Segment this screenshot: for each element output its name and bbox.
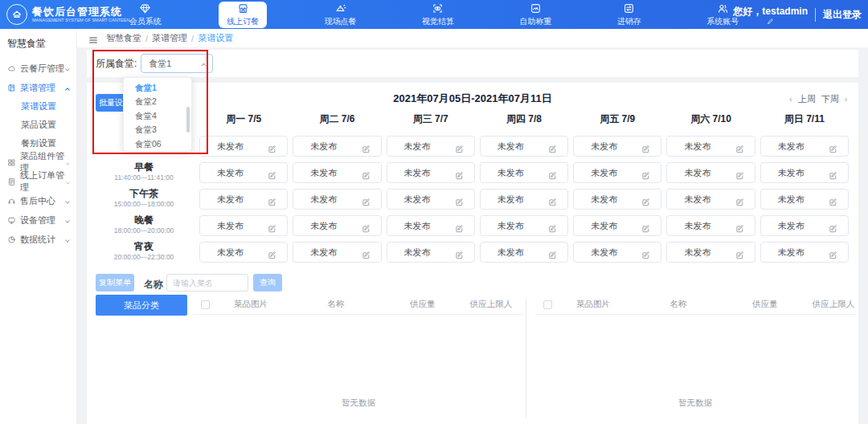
dish-name-input[interactable] <box>166 274 248 292</box>
canteen-option-1[interactable]: 食堂1 <box>124 81 191 96</box>
menu-cell-r1-c4[interactable]: 未发布 <box>480 136 568 157</box>
menu-cell-r3-c4[interactable]: 未发布 <box>480 189 568 210</box>
edit-square-icon[interactable] <box>548 248 557 257</box>
edit-square-icon[interactable] <box>548 142 557 151</box>
edit-square-icon[interactable] <box>268 248 276 257</box>
prev-week-link[interactable]: 上周 <box>798 93 816 105</box>
edit-square-icon[interactable] <box>735 169 744 177</box>
nav-item-6[interactable]: 进销存 <box>609 1 649 28</box>
edit-square-icon[interactable] <box>829 248 837 257</box>
menu-cell-r1-c6[interactable]: 未发布 <box>666 136 755 157</box>
sidebar-item-4[interactable]: 线上订单管理 <box>0 172 76 191</box>
sidebar-item-7[interactable]: 数据统计 <box>0 230 76 249</box>
edit-square-icon[interactable] <box>455 142 464 151</box>
edit-square-icon[interactable] <box>268 195 276 204</box>
menu-cell-r5-c3[interactable]: 未发布 <box>387 242 475 263</box>
sidebar-item-1[interactable]: 云餐厅管理 <box>0 59 76 78</box>
nav-item-3[interactable]: 现场点餐 <box>317 1 365 28</box>
menu-cell-r5-c5[interactable]: 未发布 <box>573 242 661 263</box>
menu-cell-r4-c5[interactable]: 未发布 <box>573 215 661 236</box>
nav-item-1[interactable]: 会员系统 <box>121 1 170 28</box>
menu-cell-r4-c3[interactable]: 未发布 <box>387 215 475 236</box>
logout-button[interactable]: 退出登录 <box>815 8 862 22</box>
menu-cell-r1-c3[interactable]: 未发布 <box>387 136 475 157</box>
canteen-option-2[interactable]: 食堂2 <box>124 96 191 110</box>
next-arrow-icon[interactable]: › <box>845 95 847 104</box>
edit-square-icon[interactable] <box>455 169 464 177</box>
sidebar-item-5[interactable]: 售后中心 <box>0 191 76 210</box>
next-week-link[interactable]: 下周 <box>821 93 839 105</box>
edit-square-icon[interactable] <box>362 222 371 230</box>
edit-square-icon[interactable] <box>735 195 744 204</box>
menu-cell-r2-c4[interactable]: 未发布 <box>480 162 568 183</box>
menu-cell-r3-c2[interactable]: 未发布 <box>293 189 381 210</box>
edit-square-icon[interactable] <box>829 195 837 204</box>
edit-square-icon[interactable] <box>829 222 837 230</box>
menu-cell-r1-c5[interactable]: 未发布 <box>573 136 661 157</box>
edit-square-icon[interactable] <box>548 169 557 177</box>
menu-cell-r2-c2[interactable]: 未发布 <box>293 162 381 183</box>
select-all-checkbox[interactable] <box>201 300 210 309</box>
breadcrumb-item-1[interactable]: 智慧食堂 <box>106 32 141 44</box>
edit-square-icon[interactable] <box>641 195 650 204</box>
edit-square-icon[interactable] <box>548 222 557 230</box>
menu-cell-r3-c6[interactable]: 未发布 <box>666 189 755 210</box>
canteen-select[interactable]: 食堂1 <box>141 54 213 73</box>
dropdown-scrollbar[interactable] <box>186 107 190 132</box>
edit-square-icon[interactable] <box>268 222 276 230</box>
canteen-option-3[interactable]: 食堂4 <box>124 109 191 124</box>
menu-cell-r2-c5[interactable]: 未发布 <box>573 162 661 183</box>
copy-menu-button[interactable]: 复制菜单 <box>96 274 134 292</box>
nav-item-5[interactable]: 自助称重 <box>511 1 559 28</box>
edit-square-icon[interactable] <box>641 248 650 257</box>
edit-square-icon[interactable] <box>362 142 371 151</box>
menu-cell-r5-c4[interactable]: 未发布 <box>480 242 568 263</box>
menu-cell-r2-c3[interactable]: 未发布 <box>387 162 475 183</box>
edit-square-icon[interactable] <box>268 169 276 177</box>
edit-square-icon[interactable] <box>362 195 371 204</box>
menu-cell-r3-c3[interactable]: 未发布 <box>387 189 475 210</box>
canteen-option-5[interactable]: 食堂06 <box>124 137 191 152</box>
sidebar-subitem-2-1[interactable]: 菜谱设置 <box>0 97 76 116</box>
menu-cell-r5-c1[interactable]: 未发布 <box>199 242 288 263</box>
menu-cell-r3-c7[interactable]: 未发布 <box>760 189 849 210</box>
menu-cell-r1-c7[interactable]: 未发布 <box>760 136 849 157</box>
sidebar-collapse-icon[interactable] <box>88 34 98 43</box>
edit-square-icon[interactable] <box>829 169 837 177</box>
select-all-checkbox[interactable] <box>543 300 552 309</box>
menu-cell-r2-c1[interactable]: 未发布 <box>199 162 288 183</box>
dish-category-tab[interactable]: 菜品分类 <box>96 295 187 316</box>
edit-square-icon[interactable] <box>455 195 464 204</box>
search-button[interactable]: 查询 <box>253 274 282 292</box>
menu-cell-r5-c6[interactable]: 未发布 <box>666 242 755 263</box>
menu-cell-r2-c7[interactable]: 未发布 <box>760 162 849 183</box>
prev-arrow-icon[interactable]: ‹ <box>789 95 792 104</box>
menu-cell-r5-c7[interactable]: 未发布 <box>760 242 849 263</box>
edit-square-icon[interactable] <box>362 248 371 257</box>
menu-cell-r3-c1[interactable]: 未发布 <box>199 189 288 210</box>
edit-square-icon[interactable] <box>362 169 371 177</box>
menu-cell-r1-c1[interactable]: 未发布 <box>199 136 288 157</box>
canteen-option-4[interactable]: 食堂3 <box>124 124 191 138</box>
edit-square-icon[interactable] <box>268 142 276 151</box>
edit-pencil-icon[interactable] <box>767 16 774 23</box>
sidebar-item-6[interactable]: 设备管理 <box>0 210 76 230</box>
menu-cell-r4-c2[interactable]: 未发布 <box>293 215 381 236</box>
nav-item-2[interactable]: 线上订餐 <box>219 2 267 28</box>
edit-square-icon[interactable] <box>455 222 464 230</box>
menu-cell-r4-c7[interactable]: 未发布 <box>760 215 849 236</box>
edit-square-icon[interactable] <box>641 142 650 151</box>
menu-cell-r3-c5[interactable]: 未发布 <box>573 189 661 210</box>
edit-square-icon[interactable] <box>455 248 464 257</box>
menu-cell-r2-c6[interactable]: 未发布 <box>666 162 755 183</box>
edit-square-icon[interactable] <box>735 142 744 151</box>
sidebar-item-2[interactable]: 菜谱管理 <box>0 78 76 97</box>
menu-cell-r4-c6[interactable]: 未发布 <box>666 215 755 236</box>
edit-square-icon[interactable] <box>735 248 744 257</box>
edit-square-icon[interactable] <box>829 142 837 151</box>
edit-square-icon[interactable] <box>641 222 650 230</box>
edit-square-icon[interactable] <box>548 195 557 204</box>
edit-square-icon[interactable] <box>735 222 744 230</box>
menu-cell-r1-c2[interactable]: 未发布 <box>293 136 381 157</box>
menu-cell-r4-c1[interactable]: 未发布 <box>199 215 288 236</box>
